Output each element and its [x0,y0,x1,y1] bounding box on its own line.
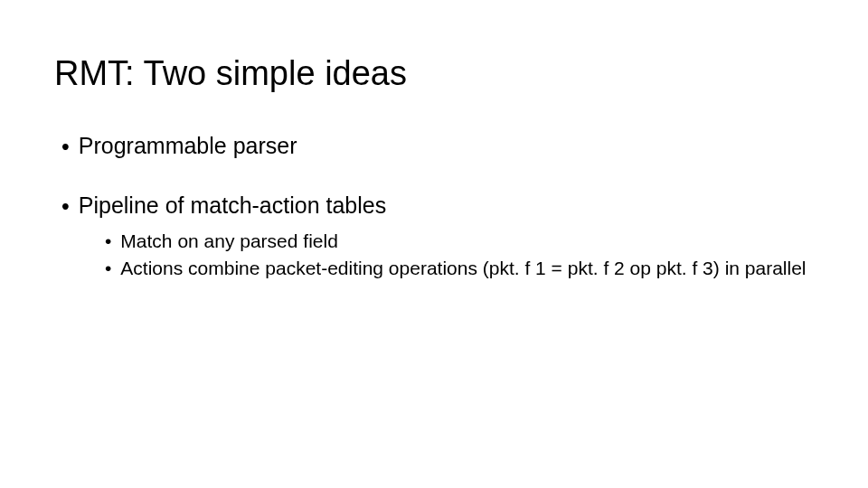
bullet-text: Programmable parser [79,133,297,159]
bullet-dot-icon: • [61,133,70,160]
bullet-dot-icon: • [105,229,111,254]
bullet-item: • Pipeline of match-action tables [54,192,814,220]
sub-bullet-text: Match on any parsed field [120,229,337,254]
sub-bullet-item: • Actions combine packet-editing operati… [105,256,814,281]
bullet-item: • Programmable parser [54,133,814,160]
sub-bullet-list: • Match on any parsed field • Actions co… [105,229,814,282]
bullet-dot-icon: • [105,256,111,281]
slide-title: RMT: Two simple ideas [54,54,814,93]
sub-bullet-text: Actions combine packet-editing operation… [120,256,806,281]
bullet-dot-icon: • [61,192,70,220]
sub-bullet-item: • Match on any parsed field [105,229,814,254]
bullet-text: Pipeline of match-action tables [79,192,386,219]
